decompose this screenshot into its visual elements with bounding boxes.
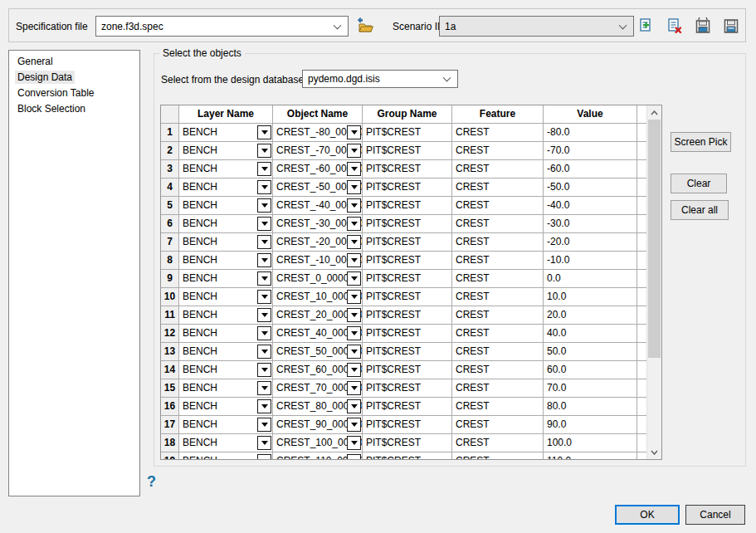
layer-name-cell[interactable]: BENCH — [179, 398, 273, 415]
object-name-cell[interactable]: CREST_-20_00000 — [273, 233, 363, 251]
layer-name-cell[interactable]: BENCH — [179, 124, 273, 141]
feature-cell[interactable]: CREST — [452, 252, 544, 269]
cell-dropdown-icon[interactable] — [257, 399, 271, 413]
value-cell[interactable]: 60.0 — [544, 361, 637, 379]
layer-name-cell[interactable]: BENCH — [179, 416, 273, 433]
cell-dropdown-icon[interactable] — [347, 326, 361, 340]
object-name-cell[interactable]: CREST_110_00000 — [273, 452, 363, 459]
cell-dropdown-icon[interactable] — [347, 144, 361, 158]
cell-dropdown-icon[interactable] — [257, 144, 271, 158]
group-name-cell[interactable]: PIT$CREST — [363, 361, 452, 379]
save-scenario-icon[interactable] — [694, 17, 711, 35]
row-number-cell[interactable]: 19 — [161, 452, 179, 459]
layer-name-cell[interactable]: BENCH — [179, 361, 273, 379]
value-cell[interactable]: 80.0 — [544, 398, 637, 415]
cell-dropdown-icon[interactable] — [347, 381, 361, 395]
cell-dropdown-icon[interactable] — [257, 162, 271, 176]
value-cell[interactable]: -40.0 — [544, 197, 637, 214]
sidebar-item-general[interactable]: General — [9, 54, 139, 70]
feature-cell[interactable]: CREST — [452, 398, 544, 415]
delete-scenario-icon[interactable] — [666, 17, 683, 35]
design-database-combobox[interactable]: pydemo.dgd.isis — [302, 70, 458, 88]
group-name-cell[interactable]: PIT$CREST — [363, 325, 452, 342]
cell-dropdown-icon[interactable] — [257, 271, 271, 286]
object-name-cell[interactable]: CREST_-80_00000 — [273, 124, 363, 141]
object-name-cell[interactable]: CREST_20_000000 — [273, 306, 363, 324]
feature-cell[interactable]: CREST — [452, 270, 544, 287]
group-name-cell[interactable]: PIT$CREST — [363, 197, 452, 214]
cell-dropdown-icon[interactable] — [347, 308, 361, 322]
object-name-cell[interactable]: CREST_-70_00000 — [273, 142, 363, 159]
value-cell[interactable]: -60.0 — [544, 160, 637, 178]
cell-dropdown-icon[interactable] — [257, 381, 271, 395]
layer-name-cell[interactable]: BENCH — [179, 288, 273, 306]
feature-cell[interactable]: CREST — [452, 288, 544, 306]
value-cell[interactable]: -10.0 — [544, 252, 637, 269]
group-name-cell[interactable]: PIT$CREST — [363, 434, 452, 452]
layer-name-cell[interactable]: BENCH — [179, 160, 273, 178]
cell-dropdown-icon[interactable] — [347, 162, 361, 176]
cell-dropdown-icon[interactable] — [257, 308, 271, 322]
group-name-cell[interactable]: PIT$CREST — [363, 124, 452, 141]
value-cell[interactable]: -30.0 — [544, 215, 637, 232]
cell-dropdown-icon[interactable] — [347, 125, 361, 139]
feature-cell[interactable]: CREST — [452, 197, 544, 214]
row-number-cell[interactable]: 14 — [161, 361, 179, 379]
cancel-button[interactable]: Cancel — [685, 505, 745, 525]
row-number-cell[interactable]: 2 — [161, 142, 179, 159]
row-number-cell[interactable]: 12 — [161, 325, 179, 342]
layer-name-cell[interactable]: BENCH — [179, 252, 273, 269]
cell-dropdown-icon[interactable] — [257, 436, 271, 450]
layer-name-cell[interactable]: BENCH — [179, 379, 273, 397]
sidebar-item-conversion-table[interactable]: Conversion Table — [9, 86, 139, 101]
cell-dropdown-icon[interactable] — [347, 235, 361, 249]
layer-name-cell[interactable]: BENCH — [179, 306, 273, 324]
cell-dropdown-icon[interactable] — [257, 418, 271, 432]
group-name-cell[interactable]: PIT$CREST — [363, 416, 452, 433]
feature-cell[interactable]: CREST — [452, 416, 544, 433]
cell-dropdown-icon[interactable] — [257, 253, 271, 267]
value-cell[interactable]: -80.0 — [544, 124, 637, 141]
layer-name-cell[interactable]: BENCH — [179, 142, 273, 159]
feature-cell[interactable]: CREST — [452, 178, 544, 196]
group-name-cell[interactable]: PIT$CREST — [363, 288, 452, 306]
group-name-cell[interactable]: PIT$CREST — [363, 178, 452, 196]
object-name-cell[interactable]: CREST_-60_00000 — [273, 160, 363, 178]
value-cell[interactable]: 40.0 — [544, 325, 637, 342]
group-name-cell[interactable]: PIT$CREST — [363, 160, 452, 178]
cell-dropdown-icon[interactable] — [257, 125, 271, 139]
help-button[interactable]: ? — [147, 473, 156, 491]
group-name-cell[interactable]: PIT$CREST — [363, 233, 452, 251]
layer-name-cell[interactable]: BENCH — [179, 215, 273, 232]
cell-dropdown-icon[interactable] — [347, 418, 361, 432]
feature-cell[interactable]: CREST — [452, 215, 544, 232]
cell-dropdown-icon[interactable] — [347, 253, 361, 267]
row-number-cell[interactable]: 8 — [161, 252, 179, 269]
feature-cell[interactable]: CREST — [452, 142, 544, 159]
row-number-cell[interactable]: 6 — [161, 215, 179, 232]
object-name-cell[interactable]: CREST_50_000000 — [273, 343, 363, 360]
group-name-cell[interactable]: PIT$CREST — [363, 306, 452, 324]
cell-dropdown-icon[interactable] — [257, 235, 271, 249]
value-cell[interactable]: 70.0 — [544, 379, 637, 397]
feature-cell[interactable]: CREST — [452, 306, 544, 324]
browse-spec-file-button[interactable] — [355, 17, 374, 36]
value-cell[interactable]: 20.0 — [544, 306, 637, 324]
value-cell[interactable]: 110.0 — [544, 452, 637, 459]
row-number-cell[interactable]: 3 — [161, 160, 179, 178]
value-cell[interactable]: -50.0 — [544, 178, 637, 196]
row-number-cell[interactable]: 10 — [161, 288, 179, 306]
cell-dropdown-icon[interactable] — [257, 180, 271, 194]
group-name-cell[interactable]: PIT$CREST — [363, 215, 452, 232]
feature-cell[interactable]: CREST — [452, 124, 544, 141]
layer-name-cell[interactable]: BENCH — [179, 270, 273, 287]
value-cell[interactable]: 100.0 — [544, 434, 637, 452]
object-name-cell[interactable]: CREST_90_000000 — [273, 416, 363, 433]
row-number-cell[interactable]: 9 — [161, 270, 179, 287]
cell-dropdown-icon[interactable] — [257, 198, 271, 213]
scrollbar-thumb[interactable] — [648, 120, 661, 358]
screen-pick-button[interactable]: Screen Pick — [671, 132, 731, 152]
group-name-cell[interactable]: PIT$CREST — [363, 270, 452, 287]
specification-file-combobox[interactable]: zone.f3d.spec — [95, 16, 349, 37]
value-cell[interactable]: -70.0 — [544, 142, 637, 159]
